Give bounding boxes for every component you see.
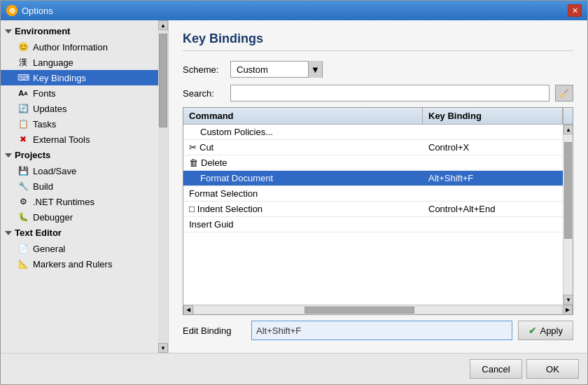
sidebar-item-label: External Tools	[33, 134, 90, 145]
keyboard-icon: ⌨	[18, 72, 29, 83]
sidebar-item-fonts[interactable]: AA Fonts	[1, 85, 158, 101]
scroll-down-arrow[interactable]: ▼	[158, 343, 168, 353]
load-save-icon: 💾	[18, 165, 29, 176]
binding-cell	[423, 223, 563, 227]
sidebar-item-net-runtimes[interactable]: ⚙ .NET Runtimes	[1, 194, 158, 209]
sidebar-item-label: Author Information	[33, 42, 108, 52]
sidebar-item-markers-rulers[interactable]: 📐 Markers and Rulers	[1, 256, 158, 272]
sidebar-group-environment-label: Environment	[15, 26, 70, 36]
table-row[interactable]: 🗑Delete	[183, 155, 563, 171]
sidebar-item-general[interactable]: 📄 General	[1, 241, 158, 256]
scrollbar-track	[158, 30, 168, 343]
window-icon: ⚙	[6, 5, 18, 16]
table-row[interactable]: ✂Cut Control+X	[183, 140, 563, 155]
table-row[interactable]: Insert Guid	[183, 217, 563, 232]
cancel-button[interactable]: Cancel	[470, 359, 522, 379]
tasks-icon: 📋	[18, 118, 29, 130]
cancel-label: Cancel	[482, 364, 510, 374]
column-header-binding: Key Binding	[423, 108, 563, 124]
h-scrollbar-thumb	[304, 307, 414, 314]
table-h-scrollbar[interactable]: ◀ ▶	[183, 304, 573, 314]
sidebar-group-environment[interactable]: Environment	[1, 23, 158, 39]
search-input[interactable]	[230, 85, 550, 102]
bindings-table: Command Key Binding Custom Policies...	[183, 107, 573, 315]
sidebar-item-label: Markers and Rulers	[33, 259, 112, 270]
sidebar-item-label: General	[33, 244, 65, 254]
external-tools-icon: ✖	[18, 134, 29, 145]
markers-icon: 📐	[18, 258, 29, 270]
table-v-scrollbar[interactable]: ▲ ▼	[563, 125, 573, 304]
command-cell: Insert Guid	[183, 217, 423, 232]
build-icon: 🔧	[18, 181, 29, 192]
sidebar-item-language[interactable]: 漢 Language	[1, 55, 158, 70]
binding-cell: Control+X	[423, 140, 563, 155]
eraser-icon: 🧹	[559, 89, 569, 98]
command-cell: Format Selection	[183, 186, 423, 201]
command-cell: Format Document	[183, 171, 423, 186]
table-body[interactable]: Custom Policies... ✂Cut Control+X	[183, 125, 563, 304]
sidebar-group-text-editor[interactable]: Text Editor	[1, 225, 158, 241]
table-scrollbar-thumb	[564, 142, 572, 238]
sidebar-item-load-save[interactable]: 💾 Load/Save	[1, 163, 158, 178]
updates-icon: 🔄	[18, 103, 29, 114]
table-scroll-up[interactable]: ▲	[564, 125, 573, 134]
language-icon: 漢	[18, 57, 29, 68]
sidebar-item-build[interactable]: 🔧 Build	[1, 178, 158, 194]
cut-icon: ✂	[189, 142, 197, 153]
table-row[interactable]: Format Document Alt+Shift+F	[183, 171, 563, 186]
sidebar-scrollbar[interactable]: ▲ ▼	[158, 20, 168, 353]
close-button[interactable]: ✕	[568, 4, 582, 17]
table-header-scrollbar-filler	[563, 108, 573, 124]
table-scroll-down[interactable]: ▼	[564, 295, 573, 304]
indent-icon: □	[189, 204, 195, 214]
sidebar-item-label: Updates	[33, 104, 66, 114]
sidebar-item-label: Key Bindings	[33, 73, 86, 83]
sidebar-item-label: Debugger	[33, 212, 73, 223]
h-scrollbar-track	[195, 307, 561, 314]
binding-cell	[423, 161, 563, 165]
scheme-dropdown-button[interactable]: ▼	[308, 61, 322, 78]
binding-cell: Alt+Shift+F	[423, 171, 563, 186]
edit-binding-input[interactable]	[251, 321, 512, 340]
sidebar-item-label: Build	[33, 181, 53, 192]
main-content: Environment 😊 Author Information 漢 Langu…	[1, 20, 587, 353]
sidebar-item-label: Load/Save	[33, 166, 76, 176]
scheme-select[interactable]: Custom ▼	[230, 61, 323, 78]
edit-binding-row: Edit Binding ✔ Apply	[183, 321, 573, 340]
sidebar-inner: Environment 😊 Author Information 漢 Langu…	[1, 20, 158, 274]
h-scroll-left[interactable]: ◀	[183, 305, 193, 315]
ok-button[interactable]: OK	[526, 359, 579, 379]
sidebar-item-label: Language	[33, 57, 74, 68]
window-title: Options	[22, 6, 53, 16]
sidebar-item-debugger[interactable]: 🐛 Debugger	[1, 209, 158, 225]
dropdown-arrow-icon: ▼	[311, 64, 320, 75]
scroll-up-arrow[interactable]: ▲	[158, 20, 168, 30]
sidebar-item-key-bindings[interactable]: ⌨ Key Bindings	[1, 70, 158, 85]
delete-icon: 🗑	[189, 158, 198, 168]
author-icon: 😊	[18, 41, 29, 52]
checkmark-icon: ✔	[528, 325, 537, 336]
binding-cell	[423, 130, 563, 134]
sidebar-item-tasks[interactable]: 📋 Tasks	[1, 116, 158, 132]
sidebar-group-projects-label: Projects	[15, 150, 50, 160]
table-row[interactable]: □Indent Selection Control+Alt+End	[183, 202, 563, 217]
sidebar-item-updates[interactable]: 🔄 Updates	[1, 101, 158, 116]
sidebar-item-external-tools[interactable]: ✖ External Tools	[1, 132, 158, 147]
title-bar-left: ⚙ Options	[6, 5, 53, 16]
sidebar-group-projects[interactable]: Projects	[1, 147, 158, 163]
h-scroll-right[interactable]: ▶	[563, 305, 573, 315]
table-row[interactable]: Format Selection	[183, 186, 563, 202]
table-scrollbar-track	[564, 134, 573, 295]
table-row[interactable]: Custom Policies...	[183, 125, 563, 140]
sidebar: Environment 😊 Author Information 漢 Langu…	[1, 20, 169, 353]
sidebar-item-label: .NET Runtimes	[33, 197, 94, 207]
options-dialog: ⚙ Options ✕ Environment 😊 Author Informa…	[0, 0, 588, 385]
chevron-down-icon	[5, 231, 12, 235]
sidebar-item-author-information[interactable]: 😊 Author Information	[1, 39, 158, 55]
search-label: Search:	[183, 88, 225, 99]
search-clear-button[interactable]: 🧹	[555, 85, 573, 102]
apply-button[interactable]: ✔ Apply	[518, 321, 573, 340]
fonts-icon: AA	[18, 88, 29, 99]
scheme-row: Scheme: Custom ▼	[183, 61, 573, 78]
column-header-command: Command	[183, 108, 423, 124]
